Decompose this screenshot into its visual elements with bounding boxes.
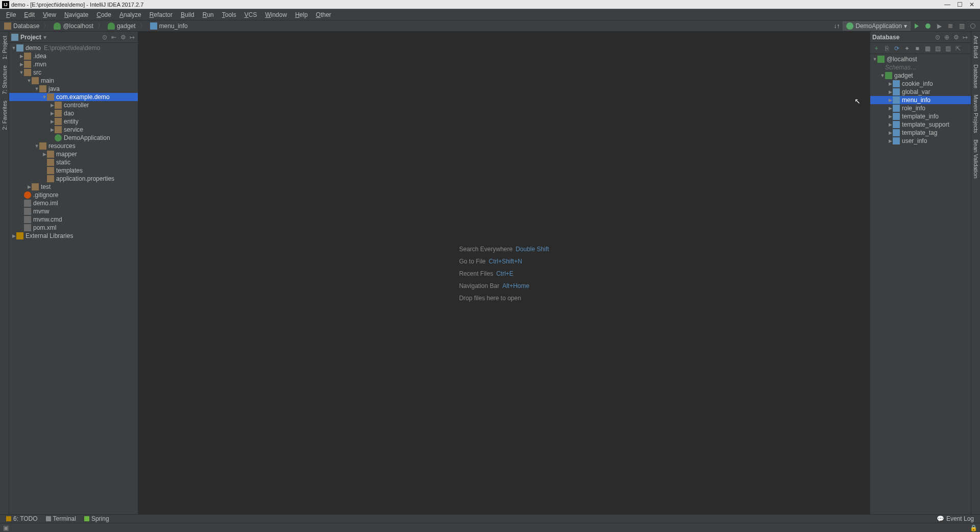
tool-tab-ant-build[interactable]: Ant Build [972, 33, 980, 61]
db-node-menu_info[interactable]: ▶menu_info [870, 96, 971, 104]
tree-node-com-example-demo[interactable]: ▼com.example.demo [9, 93, 138, 101]
maximize-button[interactable]: ☐ [953, 1, 966, 8]
breadcrumb-gadget[interactable]: gadget〉 [106, 21, 148, 30]
expand-icon[interactable]: ▶ [19, 54, 24, 59]
expand-icon[interactable]: ▶ [888, 98, 893, 103]
menu-code[interactable]: Code [92, 10, 115, 19]
collapse-icon[interactable]: ▼ [42, 94, 47, 100]
tree-node-templates[interactable]: ▶templates [9, 166, 138, 175]
hide-panel-icon[interactable]: ↦ [129, 34, 136, 41]
collapse-all-icon[interactable]: ⇤ [110, 34, 117, 41]
tool-tab-bean-validation[interactable]: Bean Validation [972, 136, 980, 181]
menu-help[interactable]: Help [291, 10, 312, 19]
tree-node--gitignore[interactable]: ▶.gitignore [9, 191, 138, 199]
db-node-user_info[interactable]: ▶user_info [870, 137, 971, 145]
tree-node-demoapplication[interactable]: ▶DemoApplication [9, 134, 138, 142]
tree-node-static[interactable]: ▶static [9, 158, 138, 166]
expand-icon[interactable]: ▶ [888, 114, 893, 119]
db-add-button[interactable]: ＋ [872, 44, 880, 53]
db-node-template_tag[interactable]: ▶template_tag [870, 129, 971, 137]
project-tree[interactable]: ▼demoE:\project\idea\demo▶.idea▶.mvn▼src… [9, 43, 138, 514]
collapse-icon[interactable]: ▼ [34, 143, 39, 149]
editor-area[interactable]: Search EverywhereDouble ShiftGo to FileC… [138, 32, 870, 514]
expand-icon[interactable]: ▶ [888, 89, 893, 94]
scroll-to-source-icon[interactable]: ⊙ [101, 34, 108, 41]
expand-icon[interactable]: ▶ [11, 233, 16, 238]
db-gear-icon[interactable]: ⚙ [952, 34, 960, 41]
tree-node-controller[interactable]: ▶controller [9, 101, 138, 109]
tree-node-mvnw-cmd[interactable]: ▶mvnw.cmd [9, 215, 138, 224]
expand-icon[interactable]: ▶ [888, 81, 893, 86]
expand-icon[interactable]: ▶ [888, 130, 893, 135]
tree-node-mvnw[interactable]: ▶mvnw [9, 207, 138, 215]
db-duplicate-button[interactable]: ⎘ [883, 44, 891, 53]
toggle-tool-windows-button[interactable]: ▣ [3, 524, 10, 531]
db-export-button[interactable]: ⇱ [954, 44, 962, 53]
db-node-template_support[interactable]: ▶template_support [870, 120, 971, 129]
update-project-icon[interactable]: ↓↑ [831, 21, 842, 31]
db-collapse-icon[interactable]: ⊕ [943, 34, 950, 41]
expand-icon[interactable]: ▶ [888, 122, 893, 127]
tree-node-external-libraries[interactable]: ▶External Libraries [9, 232, 138, 240]
search-everywhere-button[interactable] [968, 21, 978, 31]
tree-node-main[interactable]: ▼main [9, 77, 138, 85]
db-console-button[interactable]: ▤ [934, 44, 942, 53]
db-node--localhost[interactable]: ▼@localhost [870, 55, 971, 63]
tree-node-pom-xml[interactable]: ▶pom.xml [9, 224, 138, 232]
tree-node-test[interactable]: ▶test [9, 183, 138, 191]
project-view-dropdown[interactable]: ▾ [43, 34, 46, 41]
db-scroll-icon[interactable]: ⊙ [934, 34, 941, 41]
db-filter-button[interactable]: ✦ [903, 44, 911, 53]
close-button[interactable]: ✕ [966, 1, 978, 8]
db-node-role_info[interactable]: ▶role_info [870, 104, 971, 112]
db-stop-button[interactable]: ■ [913, 44, 921, 53]
minimize-button[interactable]: — [941, 1, 953, 8]
breadcrumb-menu_info[interactable]: menu_info [148, 21, 190, 30]
collapse-icon[interactable]: ▼ [872, 57, 877, 62]
menu-window[interactable]: Window [261, 10, 291, 19]
expand-icon[interactable]: ▶ [50, 127, 55, 132]
menu-tools[interactable]: Tools [218, 10, 240, 19]
breadcrumb--localhost[interactable]: @localhost〉 [52, 21, 106, 30]
db-node-global_var[interactable]: ▶global_var [870, 88, 971, 96]
tree-node-dao[interactable]: ▶dao [9, 109, 138, 117]
dock-spring[interactable]: Spring [80, 515, 113, 522]
db-schemas-link[interactable]: ▶Schemas… [870, 63, 971, 71]
tool-tab-7-structure[interactable]: 7: Structure [1, 62, 9, 98]
expand-icon[interactable]: ▶ [19, 62, 24, 67]
expand-icon[interactable]: ▶ [42, 152, 47, 157]
menu-vcs[interactable]: VCS [240, 10, 261, 19]
expand-icon[interactable]: ▶ [27, 184, 32, 189]
run-config-combo[interactable]: DemoApplication ▾ [843, 21, 911, 31]
collapse-icon[interactable]: ▼ [34, 86, 39, 91]
menu-run[interactable]: Run [199, 10, 218, 19]
tree-node-application-properties[interactable]: ▶application.properties [9, 175, 138, 183]
tree-node--mvn[interactable]: ▶.mvn [9, 60, 138, 68]
expand-icon[interactable]: ▶ [50, 111, 55, 116]
menu-edit[interactable]: Edit [20, 10, 39, 19]
tree-node-demo-iml[interactable]: ▶demo.iml [9, 199, 138, 207]
menu-other[interactable]: Other [312, 10, 335, 19]
expand-icon[interactable]: ▶ [50, 119, 55, 124]
db-refresh-button[interactable]: ⟳ [893, 44, 901, 53]
expand-icon[interactable]: ▶ [50, 103, 55, 108]
tree-node-entity[interactable]: ▶entity [9, 117, 138, 126]
tool-tab-database[interactable]: Database [972, 61, 980, 91]
menu-file[interactable]: File [2, 10, 20, 19]
dock-terminal[interactable]: Terminal [42, 515, 80, 522]
tool-tab-maven-projects[interactable]: Maven Projects [972, 91, 980, 136]
tree-node-mapper[interactable]: ▶mapper [9, 150, 138, 158]
tree-node-java[interactable]: ▼java [9, 85, 138, 93]
dock-6-todo[interactable]: 6: TODO [2, 515, 42, 522]
stop-button[interactable] [945, 21, 955, 31]
tool-tab-1-project[interactable]: 1: Project [1, 33, 9, 62]
dock-event-log[interactable]: 💬Event Log [933, 515, 978, 522]
run-coverage-button[interactable]: ▶ [934, 21, 944, 31]
collapse-icon[interactable]: ▼ [27, 78, 32, 83]
menu-analyze[interactable]: Analyze [115, 10, 145, 19]
debug-button[interactable] [923, 21, 933, 31]
menu-view[interactable]: View [39, 10, 60, 19]
collapse-icon[interactable]: ▼ [19, 70, 24, 75]
expand-icon[interactable]: ▶ [888, 138, 893, 143]
expand-icon[interactable]: ▶ [888, 106, 893, 111]
